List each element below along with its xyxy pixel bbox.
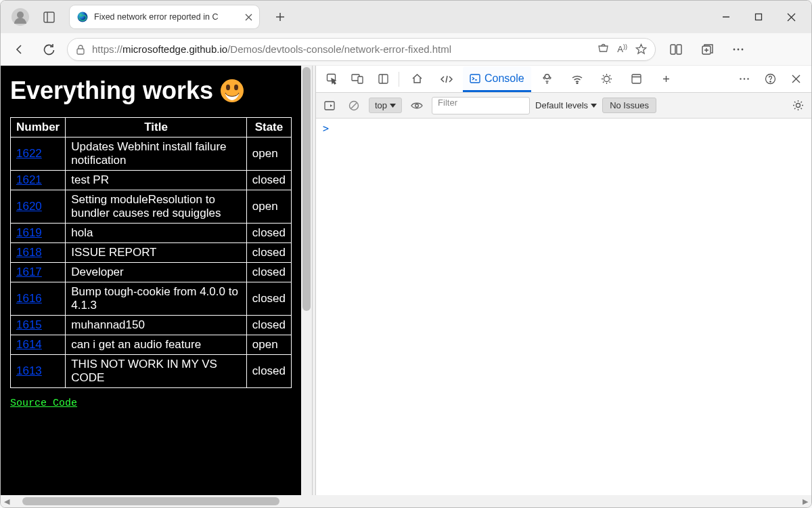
back-button[interactable] (7, 37, 32, 62)
table-row: 1617Developerclosed (11, 263, 292, 282)
console-filter-bar: top Filter Default levels No Issues (316, 93, 811, 119)
svg-point-62 (796, 104, 800, 108)
issue-state: closed (246, 263, 291, 282)
issue-number-link[interactable]: 1615 (16, 318, 42, 331)
browser-tab[interactable]: Fixed network error reported in C (70, 5, 259, 28)
clear-console-icon[interactable] (344, 96, 363, 115)
url-proto: https:// (92, 43, 122, 55)
table-row: 1618ISSUE REPORTclosed (11, 243, 292, 263)
window-maximize-button[interactable] (744, 5, 773, 28)
tab-close-icon[interactable] (245, 14, 252, 21)
issue-title: muhannad150 (66, 316, 247, 335)
issue-number-link[interactable]: 1617 (16, 266, 42, 278)
sources-tab-icon[interactable] (534, 68, 561, 91)
issue-number-link[interactable]: 1613 (16, 364, 42, 377)
context-selector[interactable]: top (369, 98, 402, 113)
svg-line-29 (446, 76, 447, 83)
issue-number-link[interactable]: 1616 (16, 292, 42, 305)
issue-title: ISSUE REPORT (66, 243, 247, 263)
window-minimize-button[interactable] (711, 5, 741, 28)
network-tab-icon[interactable] (564, 68, 591, 91)
refresh-button[interactable] (37, 37, 62, 62)
issue-state: open (246, 137, 291, 171)
issue-number-link[interactable]: 1621 (16, 173, 42, 186)
console-output[interactable]: > (316, 119, 811, 495)
issue-title: THIS NOT WORK IN MY VS CODE (66, 355, 247, 388)
read-aloud-icon[interactable]: A)) (617, 43, 627, 55)
svg-point-18 (734, 48, 736, 50)
svg-point-22 (226, 85, 230, 90)
svg-point-35 (577, 83, 578, 84)
issue-state: open (246, 190, 291, 224)
svg-rect-8 (756, 14, 762, 20)
svg-point-50 (744, 78, 745, 79)
svg-rect-11 (77, 49, 84, 54)
device-toggle-icon[interactable] (346, 68, 369, 91)
performance-tab-icon[interactable] (593, 68, 621, 91)
issue-title: test PR (66, 171, 247, 190)
vertical-scrollbar[interactable] (301, 66, 312, 495)
url-box[interactable]: https://microsoftedge.github.io/Demos/de… (67, 38, 656, 61)
more-menu-icon[interactable] (726, 37, 750, 62)
log-levels-selector[interactable]: Default levels (535, 100, 597, 110)
devtools-close-icon[interactable] (784, 68, 807, 91)
console-tab[interactable]: Console (463, 66, 531, 92)
collections-icon[interactable] (695, 37, 719, 62)
devtools-toolbar: Console (316, 66, 811, 93)
issue-number-link[interactable]: 1619 (16, 226, 42, 239)
application-tab-icon[interactable] (623, 68, 650, 91)
toggle-sidebar-icon[interactable] (320, 96, 339, 115)
table-row: 1613THIS NOT WORK IN MY VS CODEclosed (11, 355, 292, 388)
issue-title: Developer (66, 263, 247, 282)
svg-marker-59 (390, 104, 396, 108)
svg-rect-56 (325, 102, 334, 110)
devtools-help-icon[interactable] (759, 68, 782, 91)
devtools-more-icon[interactable] (733, 68, 756, 91)
issue-number-link[interactable]: 1622 (16, 147, 42, 160)
welcome-tab-icon[interactable] (403, 68, 430, 91)
issue-state: closed (246, 282, 291, 316)
tab-actions-icon[interactable] (37, 5, 60, 28)
favorite-star-icon[interactable] (635, 43, 647, 55)
horizontal-scrollbar[interactable]: ◀ ▶ (1, 495, 811, 507)
issues-button[interactable]: No Issues (602, 98, 656, 113)
svg-rect-30 (470, 75, 480, 83)
devtools-panel: Console top Filter Default levels No Iss… (316, 66, 811, 495)
svg-line-43 (603, 82, 604, 83)
svg-rect-27 (379, 75, 388, 83)
svg-rect-14 (677, 45, 681, 54)
svg-line-42 (610, 75, 611, 77)
svg-line-58 (351, 103, 357, 108)
table-row: 1621test PRclosed (11, 171, 292, 190)
issue-state: open (246, 335, 291, 355)
issue-number-link[interactable]: 1620 (16, 200, 42, 213)
address-bar: https://microsoftedge.github.io/Demos/de… (1, 33, 811, 66)
svg-point-32 (545, 75, 549, 79)
issue-number-link[interactable]: 1618 (16, 246, 42, 259)
page-viewport: Everything works Number Title State 1622… (1, 66, 312, 495)
col-number: Number (11, 118, 66, 137)
inspect-element-icon[interactable] (320, 68, 343, 91)
split-screen-icon[interactable] (664, 37, 688, 62)
issue-title: Bump tough-cookie from 4.0.0 to 4.1.3 (66, 282, 247, 316)
profile-avatar[interactable] (12, 8, 29, 26)
page-heading: Everything works (10, 77, 292, 105)
source-code-link[interactable]: Source Code (10, 398, 77, 409)
svg-point-53 (769, 81, 770, 82)
more-tabs-button[interactable] (653, 68, 680, 91)
svg-rect-0 (44, 12, 54, 22)
filter-input[interactable]: Filter (432, 97, 530, 114)
live-expression-icon[interactable] (407, 96, 426, 115)
dock-side-icon[interactable] (371, 68, 394, 91)
svg-point-60 (415, 104, 419, 107)
console-prompt-icon: > (323, 123, 329, 135)
new-tab-button[interactable] (269, 5, 292, 28)
console-settings-icon[interactable] (788, 96, 807, 115)
issue-number-link[interactable]: 1614 (16, 338, 42, 351)
elements-tab-icon[interactable] (433, 68, 460, 91)
title-bar: Fixed network error reported in C (1, 1, 811, 33)
shopping-icon[interactable] (597, 43, 609, 55)
window-close-button[interactable] (776, 5, 806, 28)
edge-favicon (76, 11, 89, 23)
svg-point-49 (740, 78, 741, 79)
